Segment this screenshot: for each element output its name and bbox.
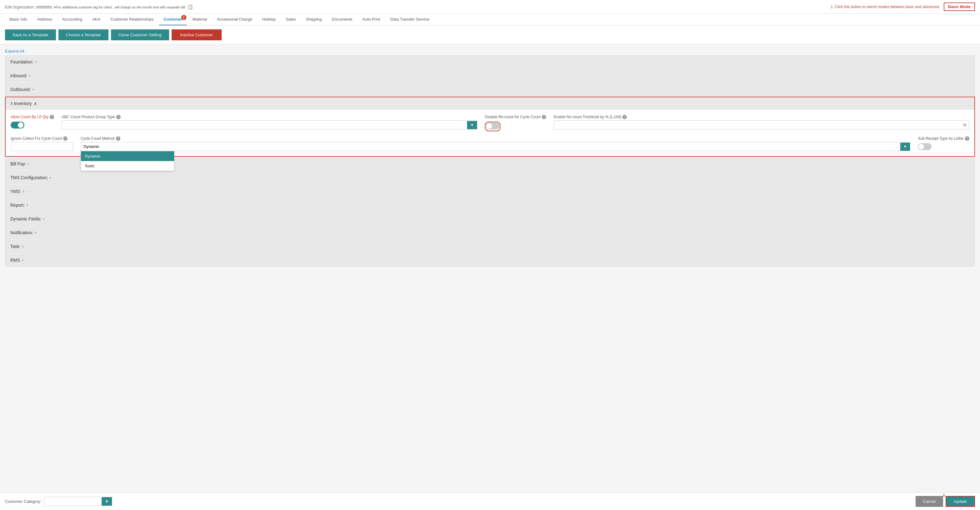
- tab-label-auto-print: Auto Print: [362, 17, 380, 22]
- section-label-inventory: Inventory: [14, 101, 32, 106]
- tab-label-data-transfer-service: Data Transfer Service: [390, 17, 430, 22]
- chevron-right-icon-6: ›: [23, 189, 24, 194]
- chevron-right-icon-9: ›: [35, 231, 36, 235]
- chevron-right-icon-7: ›: [27, 203, 28, 207]
- cycle-count-select-input[interactable]: [81, 142, 900, 151]
- ignore-collect-info-icon[interactable]: ?: [63, 136, 67, 141]
- abc-count-dropdown-arrow[interactable]: ▼: [467, 121, 477, 129]
- sub-receipt-toggle-wrap: [918, 143, 969, 150]
- tab-documents[interactable]: Documents: [327, 14, 357, 26]
- tab-label-material: Material: [192, 17, 207, 22]
- ignore-collect-input[interactable]: [11, 142, 73, 151]
- tab-accounting[interactable]: Accounting: [58, 14, 87, 26]
- sub-receipt-toggle[interactable]: [918, 143, 932, 150]
- chevron-right-icon-10: ›: [22, 244, 24, 249]
- disable-recount-toggle-border: [485, 122, 501, 131]
- sub-receipt-info-icon[interactable]: ?: [965, 136, 969, 141]
- enable-recount-input-wrap: %: [554, 120, 969, 129]
- disable-recount-label: Disable Re-count for Cycle Count ?: [485, 115, 546, 119]
- copy-icon[interactable]: 📋: [188, 5, 193, 10]
- tab-shipping[interactable]: Shipping: [302, 14, 326, 26]
- allow-count-info-icon[interactable]: ?: [50, 115, 54, 119]
- tab-customer-relationships[interactable]: Customer Relationships: [106, 14, 158, 26]
- cycle-count-info-icon[interactable]: ?: [116, 136, 120, 141]
- cycle-count-method-label: Cycle Count Method ?: [81, 136, 910, 141]
- tab-data-transfer-service[interactable]: Data Transfer Service: [386, 14, 434, 26]
- tab-label-holiday: Holiday: [262, 17, 276, 22]
- clone-customer-button[interactable]: Clone Customer Setting: [111, 29, 169, 40]
- tab-material[interactable]: Material: [188, 14, 211, 26]
- inventory-form-row-2: Ignore Collect For Cycle Count ? Cycle C…: [11, 136, 969, 151]
- tab-label-basic-info: Basic Info: [10, 17, 27, 22]
- section-inventory: 3 Inventory ∧ Allow Count By LP Qty ?: [5, 97, 975, 157]
- tab-label-shipping: Shipping: [306, 17, 322, 22]
- tab-label-customer: Customer: [164, 17, 183, 22]
- header-right: 1. Click this button to swicth modes bet…: [830, 3, 975, 11]
- chevron-up-icon: ∧: [34, 101, 37, 106]
- basic-mode-button[interactable]: Basic Mode: [944, 3, 975, 11]
- tab-label-customer-relationships: Customer Relationships: [110, 17, 153, 22]
- allow-count-toggle-wrap: [11, 122, 54, 129]
- inventory-step-badge: 3: [11, 102, 13, 105]
- section-inbound[interactable]: Inbound: ›: [5, 69, 975, 82]
- inventory-header[interactable]: 3 Inventory ∧: [6, 97, 974, 110]
- allow-count-lp-qty-group: Allow Count By LP Qty ?: [11, 115, 54, 129]
- sub-receipt-type-group: Sub Receipt Type As LotNo ?: [918, 136, 969, 150]
- hint-text: 1. Click this button to swicth modes bet…: [830, 5, 940, 9]
- section-label-notification: Notification:: [10, 230, 33, 235]
- tab-label-address: Address: [37, 17, 52, 22]
- section-outbound[interactable]: Outbound: ›: [5, 83, 975, 96]
- save-as-template-button[interactable]: Save As a Template: [5, 29, 56, 40]
- allow-count-toggle[interactable]: [11, 122, 24, 129]
- chevron-right-icon: ›: [35, 60, 37, 64]
- section-foundation[interactable]: Foundation: ›: [5, 55, 975, 69]
- inventory-body: Allow Count By LP Qty ? ABC Cou: [6, 110, 974, 156]
- disable-recount-group: Disable Re-count for Cycle Count ?: [485, 115, 546, 131]
- enable-recount-input[interactable]: [554, 121, 960, 129]
- abc-count-info-icon[interactable]: ?: [116, 115, 121, 119]
- main-content: Expand All Foundation: › Inbound: › Outb…: [0, 45, 980, 288]
- section-label-rms: RMS: [10, 258, 20, 263]
- percent-sign: %: [960, 121, 969, 129]
- tab-customer[interactable]: Customer 2: [159, 14, 187, 26]
- chevron-right-icon-5: ›: [50, 175, 51, 180]
- section-label-dynamic-fields: Dynamic Fields:: [10, 217, 41, 222]
- abc-count-group: ABC Count Product Group Type ? ▼: [62, 115, 477, 129]
- section-label-outbound: Outbound:: [10, 87, 31, 92]
- tab-accessorial-charge[interactable]: Accessorial Charge: [213, 14, 257, 26]
- page-header: Edit Organization: stttttttttttts ※For a…: [0, 0, 980, 14]
- sub-receipt-type-label: Sub Receipt Type As LotNo ?: [918, 136, 969, 141]
- cycle-count-dropdown-arrow[interactable]: ▼: [900, 143, 910, 151]
- section-label-foundation: Foundation:: [10, 59, 33, 64]
- enable-recount-info-icon[interactable]: ?: [622, 115, 627, 119]
- tab-basic-info[interactable]: Basic Info: [5, 14, 32, 26]
- org-title: Edit Organization: stttttttttttts: [5, 5, 52, 10]
- disable-recount-toggle[interactable]: [486, 123, 500, 129]
- section-label-inbound: Inbound:: [10, 73, 27, 78]
- cycle-count-select-wrap: ▼: [81, 142, 910, 151]
- tab-auto-print[interactable]: Auto Print: [358, 14, 385, 26]
- section-tms-config[interactable]: TMS Configuration: ›: [5, 171, 975, 184]
- expand-all-link[interactable]: Expand All: [5, 47, 24, 55]
- tab-address[interactable]: Address: [33, 14, 57, 26]
- abc-count-select-input[interactable]: [62, 121, 467, 129]
- abc-count-select-wrap: ▼: [62, 120, 477, 129]
- section-label-report: Report:: [10, 202, 25, 208]
- cycle-count-option-dynamic[interactable]: Dynamic: [81, 151, 174, 161]
- tab-aka[interactable]: AKA: [88, 14, 105, 26]
- section-rms[interactable]: RMS ›: [5, 253, 975, 267]
- disable-recount-info-icon[interactable]: ?: [542, 115, 546, 119]
- chevron-right-icon-4: ›: [28, 162, 29, 166]
- cycle-count-option-static[interactable]: Static: [81, 161, 174, 171]
- section-yms[interactable]: YMS: ›: [5, 185, 975, 198]
- choose-template-button[interactable]: Choose a Template: [59, 29, 108, 40]
- tab-holiday[interactable]: Holiday: [258, 14, 280, 26]
- section-notification[interactable]: Notification: ›: [5, 226, 975, 239]
- section-report[interactable]: Report: ›: [5, 199, 975, 212]
- section-dynamic-fields[interactable]: Dynamic Fields: ›: [5, 212, 975, 225]
- section-task[interactable]: Task: ›: [5, 240, 975, 253]
- tab-sales[interactable]: Sales: [282, 14, 301, 26]
- customer-badge: 2: [181, 15, 186, 20]
- inactive-customer-button[interactable]: Inactive Customer: [172, 29, 222, 40]
- inventory-form-row-1: Allow Count By LP Qty ? ABC Cou: [11, 115, 969, 131]
